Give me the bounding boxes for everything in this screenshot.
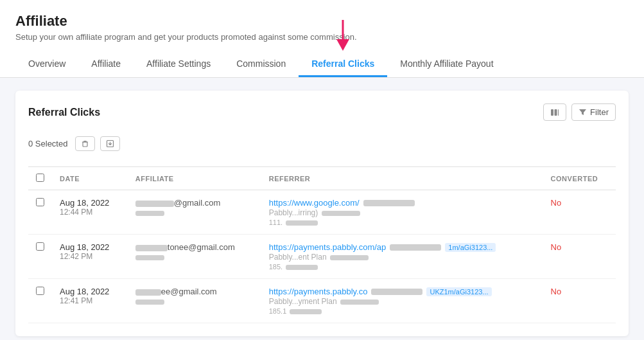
- columns-icon: [550, 108, 559, 117]
- blurred-ref-sub-0: [322, 211, 360, 216]
- converted-col-header: CONVERTED: [543, 167, 616, 190]
- row-2-referrer-cell: https://payments.pabbly.co UKZ1m/aGi3123…: [261, 279, 543, 323]
- row-2-time: 12:41 PM: [60, 296, 120, 305]
- blurred-link-1: [390, 244, 441, 251]
- blurred-ip-0: [286, 220, 318, 226]
- row-1-referrer-link[interactable]: https://payments.pabbly.com/ap: [269, 242, 387, 252]
- svg-rect-2: [555, 109, 557, 116]
- delete-button[interactable]: [75, 136, 95, 151]
- row-0-referrer-cell: https://www.google.com/ Pabbly...irring)…: [261, 190, 543, 235]
- row-0-affiliate-cell: @gmail.com: [128, 190, 261, 235]
- page-title: Affiliate: [15, 13, 629, 30]
- blurred-link-2: [371, 289, 422, 295]
- row-1-checkbox-cell: [28, 235, 52, 279]
- row-0-referrer-link-row: https://www.google.com/: [269, 198, 535, 208]
- main-content: Referral Clicks Filter 0 Se: [0, 78, 644, 340]
- row-1-affiliate-cell: tonee@gmail.com: [128, 235, 261, 279]
- row-2-referrer-link-row: https://payments.pabbly.co UKZ1m/aGi3123…: [269, 287, 535, 296]
- row-2-checkbox-cell: [28, 279, 52, 323]
- row-1-date-cell: Aug 18, 2022 12:42 PM: [52, 235, 128, 279]
- card-header: Referral Clicks Filter: [28, 103, 616, 121]
- row-0-referrer-sub: Pabbly...irring): [269, 208, 535, 217]
- selected-count: 0 Selected: [28, 139, 67, 148]
- table-row: Aug 18, 2022 12:41 PM ee@gmail.com https…: [28, 279, 616, 323]
- blurred-name-0: [135, 201, 174, 207]
- row-2-checkbox[interactable]: [36, 287, 44, 295]
- row-1-referrer-link-row: https://payments.pabbly.com/ap 1m/aGi312…: [269, 242, 535, 252]
- svg-rect-4: [83, 142, 87, 147]
- affiliate-col-header: AFFILIATE: [128, 167, 261, 190]
- row-2-converted-cell: No: [543, 279, 616, 323]
- card-actions: Filter: [543, 103, 616, 121]
- row-1-converted-cell: No: [543, 235, 616, 279]
- row-0-referrer-link[interactable]: https://www.google.com/: [269, 198, 360, 208]
- row-2-referrer-link[interactable]: https://payments.pabbly.co: [269, 287, 368, 296]
- page-header: Affiliate Setup your own affiliate progr…: [0, 0, 644, 78]
- row-1-referrer-cell: https://payments.pabbly.com/ap 1m/aGi312…: [261, 235, 543, 279]
- tab-affiliate[interactable]: Affiliate: [78, 52, 134, 77]
- row-1-ref-badge: 1m/aGi3123...: [445, 243, 496, 252]
- row-2-affiliate-sub: [135, 298, 254, 305]
- tab-commission[interactable]: Commission: [223, 52, 299, 77]
- table-row: Aug 18, 2022 12:44 PM @gmail.com https:/…: [28, 190, 616, 235]
- row-0-affiliate-email: @gmail.com: [135, 198, 254, 208]
- columns-button[interactable]: [543, 103, 566, 121]
- row-1-time: 12:42 PM: [60, 252, 120, 261]
- row-0-referrer-ip: 111.: [269, 219, 535, 226]
- row-2-affiliate-email: ee@gmail.com: [135, 287, 254, 296]
- filter-icon: [579, 108, 587, 116]
- blurred-ip-1: [286, 265, 318, 270]
- select-all-checkbox[interactable]: [36, 174, 44, 182]
- referral-clicks-card: Referral Clicks Filter 0 Se: [15, 91, 629, 336]
- row-2-converted: No: [551, 287, 562, 296]
- referrer-col-header: REFERRER: [261, 167, 543, 190]
- row-0-date-cell: Aug 18, 2022 12:44 PM: [52, 190, 128, 235]
- row-1-checkbox[interactable]: [36, 242, 44, 251]
- row-1-affiliate-sub: [135, 253, 254, 261]
- date-col-header: DATE: [52, 167, 128, 190]
- blurred-link-0: [363, 200, 415, 206]
- filter-button[interactable]: Filter: [571, 103, 616, 121]
- tab-affiliate-settings[interactable]: Affiliate Settings: [134, 52, 223, 77]
- blurred-ref-sub-1: [330, 255, 369, 260]
- blurred-ip-2: [290, 309, 322, 314]
- row-0-date: Aug 18, 2022: [60, 198, 120, 208]
- row-2-referrer-sub: Pabbly...yment Plan: [269, 297, 535, 306]
- blurred-sub-2: [135, 300, 164, 305]
- row-0-checkbox-cell: [28, 190, 52, 235]
- tab-monthly-affiliate-payout[interactable]: Monthly Affiliate Payout: [387, 52, 506, 77]
- row-2-referrer-ip: 185.1: [269, 307, 535, 315]
- row-1-date: Aug 18, 2022: [60, 242, 120, 252]
- row-1-affiliate-email: tonee@gmail.com: [135, 242, 254, 252]
- row-0-converted-cell: No: [543, 190, 616, 235]
- row-2-date-cell: Aug 18, 2022 12:41 PM: [52, 279, 128, 323]
- row-2-date: Aug 18, 2022: [60, 287, 120, 296]
- blurred-sub-1: [135, 255, 164, 260]
- blurred-sub-0: [135, 211, 164, 216]
- referral-clicks-table: DATE AFFILIATE REFERRER CONVERTED Aug 18…: [28, 166, 616, 323]
- svg-rect-1: [551, 109, 553, 116]
- select-all-col: [28, 167, 52, 190]
- table-header-row: DATE AFFILIATE REFERRER CONVERTED: [28, 167, 616, 190]
- row-1-converted: No: [551, 242, 562, 252]
- blurred-ref-sub-2: [340, 300, 379, 305]
- export-button[interactable]: [100, 136, 120, 151]
- table-row: Aug 18, 2022 12:42 PM tonee@gmail.com ht…: [28, 235, 616, 279]
- row-1-referrer-sub: Pabbly...ent Plan: [269, 253, 535, 262]
- row-0-checkbox[interactable]: [36, 198, 44, 206]
- row-0-affiliate-sub: [135, 209, 254, 217]
- row-2-ref-badge: UKZ1m/aGi3123...: [426, 287, 491, 296]
- row-1-referrer-ip: 185.: [269, 263, 535, 271]
- trash-icon: [81, 139, 89, 148]
- row-2-affiliate-cell: ee@gmail.com: [128, 279, 261, 323]
- tabs-nav: OverviewAffiliateAffiliate SettingsCommi…: [15, 52, 629, 77]
- blurred-name-1: [135, 245, 168, 251]
- export-icon: [106, 139, 114, 148]
- tab-referral-clicks[interactable]: Referral Clicks: [299, 52, 387, 77]
- row-0-time: 12:44 PM: [60, 208, 120, 217]
- tab-overview[interactable]: Overview: [15, 52, 78, 77]
- page-subtitle: Setup your own affiliate program and get…: [15, 32, 629, 42]
- blurred-name-2: [135, 289, 161, 296]
- card-title: Referral Clicks: [28, 107, 100, 118]
- selected-bar: 0 Selected: [28, 131, 616, 156]
